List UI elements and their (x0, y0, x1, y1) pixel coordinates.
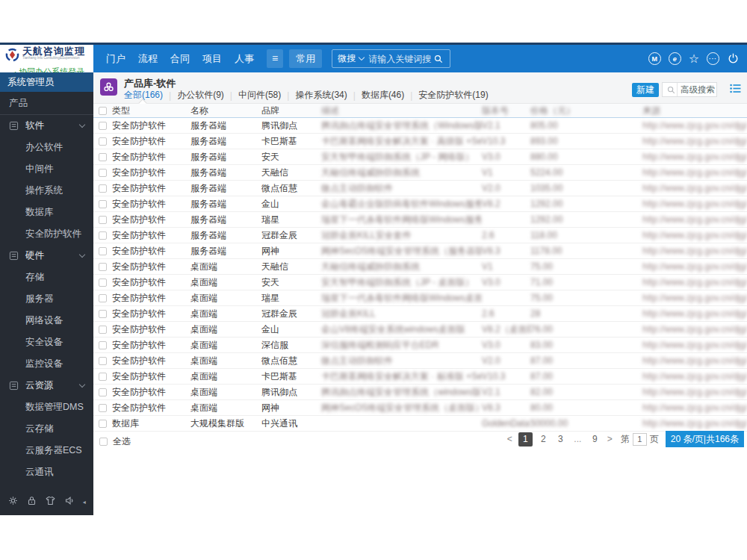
table-row[interactable]: 安全防护软件服务器端瑞星瑞星下一代杀毒软件网络版Windows服务器版1292.… (93, 212, 747, 228)
sidebar-item-云存储[interactable]: 云存储 (0, 418, 93, 440)
tab-办公软件(9)[interactable]: 办公软件(9) (177, 89, 224, 102)
row-checkbox[interactable] (99, 137, 107, 146)
sidebar-item-监控设备[interactable]: 监控设备 (0, 353, 93, 375)
row-checkbox[interactable] (99, 294, 107, 302)
table-row[interactable]: 安全防护软件桌面端腾讯御点腾讯御点终端安全管理系统（windows版）V2.1V… (93, 385, 747, 400)
table-row[interactable]: 安全防护软件桌面端安天安天智甲终端防御系统（JP - 桌面版）V3.071.00… (93, 275, 747, 290)
table-row[interactable]: 安全防护软件服务器端安天安天智甲终端防御系统（JP - 网络版）V3.0880.… (93, 149, 747, 165)
table-row[interactable]: 安全防护软件桌面端天融信天融信终端威胁防御系统V175.00http://www… (93, 259, 747, 275)
sidebar-group-云资源[interactable]: 云资源 (0, 375, 93, 396)
tab-数据库(46)[interactable]: 数据库(46) (362, 89, 404, 102)
gear-icon[interactable] (7, 495, 19, 509)
row-checkbox[interactable] (99, 216, 107, 224)
sidebar-group-硬件[interactable]: 硬件 (0, 245, 93, 267)
collapse-arrow-icon[interactable]: ◂ (83, 499, 86, 505)
sidebar-item-安全设备[interactable]: 安全设备 (0, 332, 93, 353)
star-icon[interactable]: ☆ (689, 52, 699, 66)
sidebar-group-软件[interactable]: 软件 (0, 115, 93, 137)
sidebar-item-数据库[interactable]: 数据库 (0, 202, 93, 223)
sidebar-item-中间件[interactable]: 中间件 (0, 158, 93, 180)
sidebar-item-云通讯[interactable]: 云通讯 (0, 461, 93, 483)
page-button-9[interactable]: 9 (589, 434, 601, 444)
page-button-1[interactable]: 1 (518, 432, 533, 447)
more-circle-icon[interactable]: ··· (707, 52, 719, 65)
table-row[interactable]: 安全防护软件服务器端腾讯御点腾讯御点终端安全管理系统（Windows版）V2.1… (93, 118, 747, 134)
row-checkbox[interactable] (99, 326, 107, 334)
sidebar-section-products[interactable]: 产品 (0, 92, 93, 115)
row-checkbox[interactable] (99, 341, 107, 349)
nav-item-门户[interactable]: 门户 (106, 52, 125, 66)
nav-item-项目[interactable]: 项目 (202, 52, 222, 66)
nav-item-common[interactable]: 常用 (289, 49, 322, 68)
table-row[interactable]: 安全防护软件桌面端冠群金辰冠群金辰KILL2.628http://www.zjc… (93, 306, 747, 322)
row-checkbox[interactable] (99, 373, 107, 381)
sidebar-item-办公软件[interactable]: 办公软件 (0, 137, 93, 158)
header-checkbox[interactable] (99, 107, 107, 115)
lock-icon[interactable] (26, 495, 37, 509)
sidebar-item-操作系统[interactable]: 操作系统 (0, 180, 93, 202)
table-row[interactable]: 安全防护软件桌面端深信服深信服终端检测响应平台EDRV3.083.00http:… (93, 337, 747, 353)
row-checkbox[interactable] (99, 388, 107, 396)
sidebar-item-存储[interactable]: 存储 (0, 267, 93, 288)
page-button-3[interactable]: 3 (554, 434, 567, 444)
table-row[interactable]: 安全防护软件桌面端网神网神SecOS终端安全管理系统（桌面版）V8.380.00… (93, 400, 747, 416)
row-checkbox[interactable] (99, 200, 107, 208)
advanced-search-button[interactable]: 高级搜索 (677, 83, 718, 96)
table-row[interactable]: 安全防护软件桌面端微点佰慧微点主动防御软件V2.087.00http://www… (93, 353, 747, 369)
row-checkbox[interactable] (99, 357, 107, 365)
table-row[interactable]: 安全防护软件桌面端金山金山V8终端安全系统windows桌面版V8.2（桌面版）… (93, 322, 747, 337)
nav-item-合同[interactable]: 合同 (170, 52, 190, 66)
sidebar-item-数据管理DMS[interactable]: 数据管理DMS (0, 396, 93, 418)
sidebar-item-网络设备[interactable]: 网络设备 (0, 310, 93, 332)
page-button-2[interactable]: 2 (537, 434, 550, 444)
row-checkbox[interactable] (99, 310, 107, 318)
row-checkbox[interactable] (99, 184, 107, 193)
table-row[interactable]: 安全防护软件服务器端冠群金辰冠群金辰KILL安全套件2.6118.00http:… (93, 228, 747, 243)
tab-中间件(58)[interactable]: 中间件(58) (238, 89, 281, 102)
sidebar-item-安全防护软件[interactable]: 安全防护软件 (0, 223, 93, 245)
row-checkbox[interactable] (99, 404, 107, 412)
cell-brand: 卡巴斯基 (261, 370, 321, 383)
page-size-badge[interactable]: 20 条/页|共166条 (666, 431, 744, 447)
next-page-button[interactable]: > (607, 434, 613, 444)
nav-more-grid-icon[interactable]: ≡ (267, 49, 283, 68)
tab-安全防护软件(19)[interactable]: 安全防护软件(19) (418, 89, 488, 102)
row-checkbox[interactable] (99, 247, 107, 255)
cell-type: 安全防护软件 (112, 339, 190, 352)
row-checkbox[interactable] (99, 279, 107, 287)
m-circle-icon[interactable]: M (648, 52, 661, 65)
row-checkbox[interactable] (99, 231, 107, 240)
row-checkbox[interactable] (99, 263, 107, 271)
prev-page-button[interactable]: < (507, 434, 512, 444)
row-checkbox[interactable] (99, 420, 107, 428)
list-view-icon[interactable] (730, 84, 741, 93)
table-row[interactable]: 安全防护软件桌面端卡巴斯基卡巴斯基网络安全解决方案 · 标准版 +Ser...V… (93, 369, 747, 385)
sound-icon[interactable] (64, 495, 75, 509)
row-checkbox[interactable] (99, 122, 107, 130)
table-row[interactable]: 安全防护软件桌面端瑞星瑞星下一代杀毒软件网络版Windows桌面版75.00ht… (93, 290, 747, 306)
e-circle-icon[interactable]: e (669, 52, 681, 65)
table-search-input[interactable] (663, 85, 666, 94)
global-search-input[interactable] (368, 54, 433, 64)
table-row[interactable]: 安全防护软件服务器端网神网神SecOS终端安全管理系统（服务器版）V8.3117… (93, 243, 747, 259)
table-row[interactable]: 数据库大规模集群版中兴通讯GoldenData s...50000.00http… (93, 416, 747, 432)
nav-item-人事[interactable]: 人事 (235, 52, 254, 66)
table-row[interactable]: 安全防护软件服务器端卡巴斯基卡巴斯基网络安全解决方案 · 高级版 +Ser...… (93, 134, 747, 149)
nav-item-流程[interactable]: 流程 (138, 52, 158, 66)
sidebar-item-服务器[interactable]: 服务器 (0, 288, 93, 310)
row-checkbox[interactable] (99, 169, 107, 177)
select-all-checkbox[interactable] (99, 438, 108, 446)
new-button[interactable]: 新建 (632, 83, 659, 97)
table-row[interactable]: 安全防护软件服务器端金山金山毒霸企业版防病毒软件Windows服务器版V8.21… (93, 196, 747, 212)
tab-操作系统(34)[interactable]: 操作系统(34) (295, 89, 347, 102)
search-icon[interactable] (434, 55, 443, 63)
search-icon[interactable] (667, 86, 675, 94)
table-row[interactable]: 安全防护软件服务器端天融信天融信终端威胁防御系统V15224.00http://… (93, 165, 747, 181)
search-scope-selector[interactable]: 微搜 (338, 52, 356, 65)
power-icon[interactable] (727, 52, 740, 65)
sidebar-item-云服务器ECS[interactable]: 云服务器ECS (0, 440, 93, 461)
page-jump-input[interactable]: 1 (633, 433, 647, 446)
theme-shirt-icon[interactable] (45, 495, 56, 509)
table-row[interactable]: 安全防护软件服务器端微点佰慧微点主动防御软件V2.01035.00http://… (93, 181, 747, 196)
row-checkbox[interactable] (99, 153, 107, 161)
